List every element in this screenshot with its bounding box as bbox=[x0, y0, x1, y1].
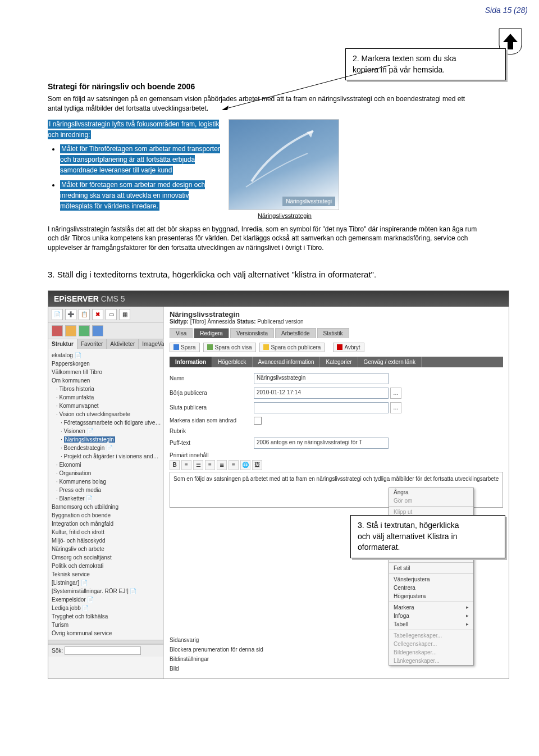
globe-icon[interactable]: 🌐 bbox=[240, 460, 250, 470]
main-tab[interactable]: Redigera bbox=[194, 328, 229, 338]
sub-tab[interactable]: Genväg / extern länk bbox=[358, 357, 422, 367]
image-icon[interactable]: 🖼 bbox=[252, 460, 262, 470]
webpage-thumbnail: Näringslivsstrategi bbox=[229, 119, 339, 210]
context-menu-item[interactable]: Ångra bbox=[389, 488, 473, 497]
callout-text: oformaterat. bbox=[358, 543, 400, 552]
tree-node[interactable]: · Organisation bbox=[52, 469, 161, 477]
align-right-icon[interactable]: ≡ bbox=[229, 460, 239, 470]
context-menu-item[interactable]: Centrera bbox=[389, 584, 473, 592]
thumb-link[interactable]: Näringslivsstrategin bbox=[258, 212, 312, 219]
editor-page-subtitle: Sidtyp: [Tibro] Ämnessida Status: Public… bbox=[170, 318, 503, 325]
tree-tab[interactable]: Struktur bbox=[48, 339, 77, 349]
list-bullet-icon[interactable]: ☰ bbox=[193, 460, 203, 470]
bold-icon[interactable]: B bbox=[170, 460, 180, 470]
tree-node[interactable]: · Vision och utvecklingsarbete bbox=[52, 410, 161, 418]
tree-node[interactable]: · Press och media bbox=[52, 486, 161, 494]
context-menu-item[interactable]: Tabell▸ bbox=[389, 620, 473, 629]
save-view-button[interactable]: Spara och visa bbox=[203, 343, 255, 352]
name-input[interactable]: Näringslivsstrategin bbox=[254, 373, 389, 384]
context-menu-item[interactable]: Vänsterjustera bbox=[389, 575, 473, 584]
tree-node[interactable]: Politik och demokrati bbox=[52, 562, 161, 570]
context-menu-item[interactable]: Fet stil bbox=[389, 564, 473, 572]
changed-checkbox[interactable] bbox=[254, 417, 262, 425]
tree-node[interactable]: · Näringslivsstrategin bbox=[52, 435, 161, 444]
tree-node[interactable]: ekatalog 📄 bbox=[52, 351, 161, 359]
puff-input[interactable]: 2006 antogs en ny näringslivsstrategi fö… bbox=[254, 438, 389, 449]
tree-node[interactable]: Byggnation och boende bbox=[52, 511, 161, 520]
tree-node[interactable]: Barnomsorg och utbildning bbox=[52, 503, 161, 511]
context-menu-item[interactable]: Högerjustera bbox=[389, 592, 473, 600]
tree-node[interactable]: Exempelsidor 📄 bbox=[52, 595, 161, 604]
save-publish-button[interactable]: Spara och publicera bbox=[259, 343, 325, 352]
instruction-step-3: 3. Ställ dig i texteditorns textruta, hö… bbox=[48, 270, 500, 279]
tree-node[interactable]: Miljö- och hälsoskydd bbox=[52, 536, 161, 545]
tree-node[interactable]: Välkommen till Tibro bbox=[52, 368, 161, 376]
blue-flag-icon[interactable] bbox=[92, 325, 103, 336]
cancel-button[interactable]: Avbryt bbox=[333, 343, 364, 352]
bricks-icon[interactable]: ▦ bbox=[119, 309, 130, 320]
scrollbar-horizontal[interactable] bbox=[48, 640, 163, 644]
tree-node[interactable]: · Projekt och åtgärder i visionens anda … bbox=[52, 452, 161, 461]
sub-tab[interactable]: Information bbox=[170, 357, 212, 367]
main-tab[interactable]: Statistik bbox=[317, 328, 349, 338]
tree-node[interactable]: · Kommunens bolag bbox=[52, 477, 161, 486]
tree-tab[interactable]: Favoriter bbox=[77, 339, 107, 349]
tree-node[interactable]: Om kommunen bbox=[52, 376, 161, 385]
tree-node[interactable]: Teknisk service bbox=[52, 570, 161, 579]
tree-node[interactable]: · Visionen 📄 bbox=[52, 427, 161, 435]
tree-node[interactable]: Övrig kommunal service bbox=[52, 629, 161, 637]
orange-flag-icon[interactable] bbox=[65, 325, 76, 336]
add-icon[interactable]: ➕ bbox=[65, 309, 76, 320]
context-menu[interactable]: ÅngraGör omKlipp utKopieraKlistra inKlis… bbox=[389, 488, 474, 666]
tree-tabs: StrukturFavoriterAktiviteterImageVault bbox=[48, 339, 163, 349]
tree-node[interactable]: Papperskorgen bbox=[52, 359, 161, 368]
sub-tab[interactable]: Högerblock bbox=[212, 357, 253, 367]
stop-publish-input[interactable] bbox=[254, 402, 389, 413]
tree-node[interactable]: · Företagssamarbete och tidigare utveckl… bbox=[52, 418, 161, 427]
date-picker-icon[interactable]: … bbox=[390, 402, 401, 413]
tree-node[interactable]: Kultur, fritid och idrott bbox=[52, 528, 161, 536]
list-ordered-icon[interactable]: ≡ bbox=[181, 460, 191, 470]
main-tab[interactable]: Versionslista bbox=[230, 328, 274, 338]
cms-editor-panel: Näringslivsstrategin Sidtyp: [Tibro] Ämn… bbox=[164, 307, 509, 678]
tree-node[interactable]: Integration och mångfald bbox=[52, 520, 161, 528]
tree-node[interactable]: · Kommunvapnet bbox=[52, 402, 161, 410]
publish-icon bbox=[263, 344, 269, 350]
start-publish-input[interactable]: 2010-01-12 17:14 bbox=[254, 388, 389, 399]
tree-node[interactable]: · Ekonomi bbox=[52, 461, 161, 469]
green-flag-icon[interactable] bbox=[79, 325, 90, 336]
tree-node[interactable]: · Kommunfakta bbox=[52, 393, 161, 402]
main-tab[interactable]: Visa bbox=[170, 328, 193, 338]
context-menu-item[interactable]: Infoga▸ bbox=[389, 612, 473, 620]
save-button[interactable]: Spara bbox=[170, 343, 200, 352]
tree-search-input[interactable] bbox=[65, 646, 141, 655]
tree-node[interactable]: · Boendestrategin 📄 bbox=[52, 444, 161, 452]
tree-node[interactable]: · Tibros historia bbox=[52, 385, 161, 393]
page-tree[interactable]: ekatalog 📄PapperskorgenVälkommen till Ti… bbox=[48, 349, 163, 640]
tree-node[interactable]: [Systeminställningar. RÖR EJ!] 📄 bbox=[52, 587, 161, 595]
tree-node[interactable]: Trygghet och folkhälsa bbox=[52, 612, 161, 621]
tree-tab[interactable]: Aktiviteter bbox=[107, 339, 139, 349]
sub-tab[interactable]: Kategorier bbox=[320, 357, 358, 367]
callout-step-2: 2. Markera texten som du ska kopiera in … bbox=[345, 48, 506, 80]
box-icon[interactable]: ▭ bbox=[106, 309, 117, 320]
tree-node[interactable]: · Blanketter 📄 bbox=[52, 494, 161, 503]
align-center-icon[interactable]: ≣ bbox=[217, 460, 227, 470]
date-picker-icon[interactable]: … bbox=[390, 388, 401, 399]
align-left-icon[interactable]: ≡ bbox=[205, 460, 215, 470]
tree-node[interactable]: Omsorg och socialtjänst bbox=[52, 553, 161, 562]
tree-node[interactable]: Lediga jobb 📄 bbox=[52, 604, 161, 612]
new-page-icon[interactable]: 📄 bbox=[52, 309, 63, 320]
tree-node[interactable]: [Listningar] 📄 bbox=[52, 579, 161, 587]
tree-node[interactable]: Näringsliv och arbete bbox=[52, 545, 161, 553]
cancel-icon bbox=[337, 344, 342, 350]
copy-icon[interactable]: 📋 bbox=[79, 309, 90, 320]
red-flag-icon[interactable] bbox=[52, 325, 63, 336]
sub-tab[interactable]: Avancerad information bbox=[253, 357, 321, 367]
webpage-title: Strategi för näringsliv och boende 2006 bbox=[48, 82, 480, 91]
context-menu-item: Cellegenskaper... bbox=[389, 640, 473, 648]
tree-node[interactable]: Turism bbox=[52, 621, 161, 629]
main-tab[interactable]: Arbetsflöde bbox=[275, 328, 316, 338]
delete-icon[interactable]: ✖ bbox=[92, 309, 103, 320]
context-menu-item[interactable]: Markera▸ bbox=[389, 603, 473, 612]
